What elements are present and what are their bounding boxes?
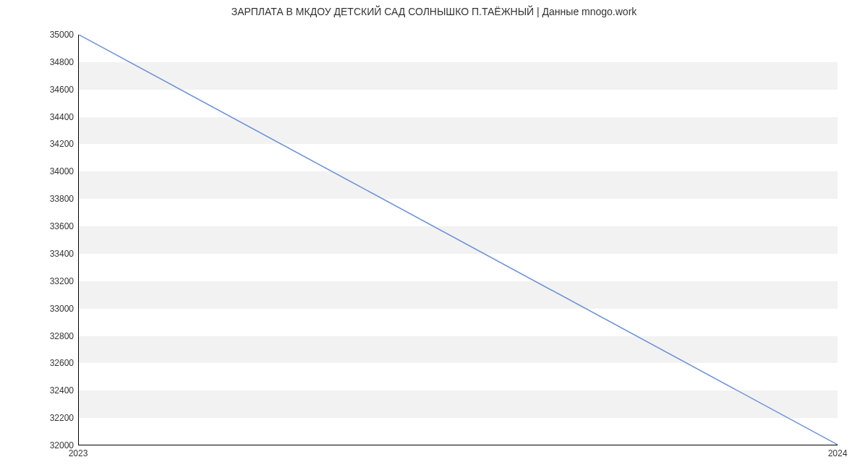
y-tick-label: 35000: [50, 30, 74, 40]
y-tick-label: 33400: [50, 249, 74, 259]
y-tick-label: 34000: [50, 166, 74, 176]
y-tick-label: 33000: [50, 304, 74, 314]
chart-title: ЗАРПЛАТА В МКДОУ ДЕТСКИЙ САД СОЛНЫШКО П.…: [0, 6, 868, 17]
y-tick-label: 32400: [50, 385, 74, 396]
y-tick-label: 32800: [50, 331, 74, 341]
y-tick-label: 34400: [50, 112, 74, 122]
x-tick-label: 2024: [828, 448, 848, 458]
line-series: [79, 35, 838, 445]
y-tick-label: 34800: [50, 57, 74, 67]
y-tick-label: 32200: [50, 413, 74, 423]
y-tick-label: 33200: [50, 276, 74, 286]
y-tick-label: 34600: [50, 85, 74, 95]
data-line: [79, 35, 838, 445]
y-tick-label: 33600: [50, 221, 74, 231]
y-tick-label: 33800: [50, 194, 74, 204]
x-tick-label: 2023: [69, 448, 88, 458]
y-tick-label: 34200: [50, 139, 74, 149]
y-tick-label: 32600: [50, 358, 74, 368]
chart-container: ЗАРПЛАТА В МКДОУ ДЕТСКИЙ САД СОЛНЫШКО П.…: [0, 0, 868, 470]
plot-area: [78, 35, 838, 445]
